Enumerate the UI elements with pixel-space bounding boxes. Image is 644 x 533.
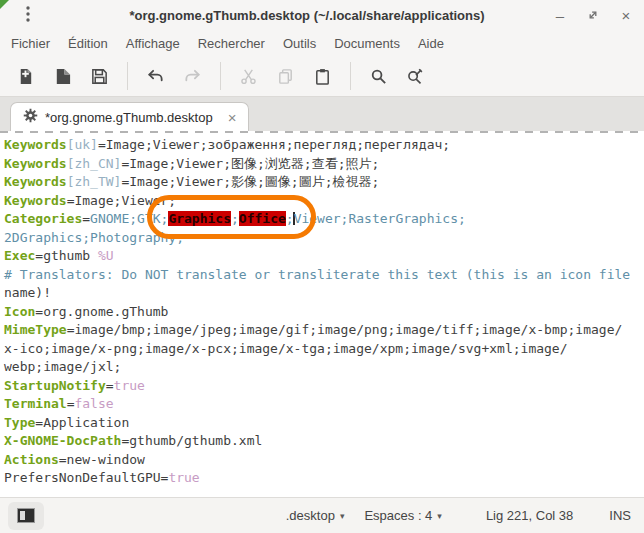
menu-item-rechercher[interactable]: Rechercher bbox=[189, 33, 274, 54]
menu-item-documents[interactable]: Documents bbox=[325, 33, 409, 54]
open-document-icon bbox=[53, 67, 72, 86]
chevron-down-icon: ▾ bbox=[437, 511, 442, 521]
editor-line: X-GNOME-DocPath=gthumb/gthumb.xml bbox=[4, 432, 644, 451]
editor-line: PrefersNonDefaultGPU=true bbox=[4, 469, 644, 488]
close-button[interactable]: × bbox=[618, 7, 634, 23]
syntax-token: MimeType bbox=[4, 322, 67, 337]
redo-button bbox=[175, 61, 210, 91]
tab-width-label: Espaces : 4 bbox=[364, 508, 432, 523]
syntax-token: %U bbox=[98, 248, 114, 263]
editor-line: Keywords=Image;Viewer; bbox=[4, 192, 644, 211]
editor-line: Keywords[uk]=Image;Viewer;зображення;пер… bbox=[4, 136, 644, 155]
syntax-token: = bbox=[82, 211, 90, 226]
editor-text: Keywords[uk]=Image;Viewer;зображення;пер… bbox=[0, 131, 644, 488]
chevron-down-icon: ▾ bbox=[340, 511, 345, 521]
editor-line: webp;image/jxl; bbox=[4, 358, 644, 377]
editor-line: x-ico;image/x-png;image/x-pcx;image/x-tg… bbox=[4, 340, 644, 359]
syntax-token: Keywords bbox=[4, 137, 67, 152]
open-document-button[interactable] bbox=[45, 61, 80, 91]
redo-icon bbox=[183, 67, 202, 86]
editor-line: # Translators: Do NOT translate or trans… bbox=[4, 266, 644, 285]
editor-line: Keywords[zh_CN]=Image;Viewer;图像;浏览器;查看;照… bbox=[4, 155, 644, 174]
syntax-token: PrefersNonDefaultGPU= bbox=[4, 470, 168, 485]
syntax-token: Keywords bbox=[4, 174, 67, 189]
toolbar-separator bbox=[220, 62, 221, 90]
syntax-token: true bbox=[114, 378, 145, 393]
menu-item-aide[interactable]: Aide bbox=[409, 33, 453, 54]
dashed-separator bbox=[0, 131, 644, 133]
syntax-token: name)! bbox=[4, 285, 51, 300]
syntax-token: webp;image/jxl; bbox=[4, 359, 121, 374]
syntax-token: Actions bbox=[4, 452, 59, 467]
copy-icon bbox=[276, 67, 295, 86]
syntax-token: =new-window bbox=[59, 452, 145, 467]
language-label: .desktop bbox=[286, 508, 335, 523]
syntax-token: Icon bbox=[4, 304, 35, 319]
text-editor-area[interactable]: Keywords[uk]=Image;Viewer;зображення;пер… bbox=[0, 131, 644, 497]
window-title: *org.gnome.gThumb.desktop (~/.local/shar… bbox=[60, 8, 554, 23]
tab-close-icon[interactable]: × bbox=[228, 110, 237, 125]
syntax-token: =org.gnome.gThumb bbox=[35, 304, 168, 319]
syntax-token: =Image;Viewer; bbox=[67, 193, 177, 208]
syntax-token: =image/bmp;image/jpeg;image/gif;image/pn… bbox=[67, 322, 623, 337]
menu-item-affichage[interactable]: Affichage bbox=[117, 33, 189, 54]
tab-org-gnome-gthumb-desktop[interactable]: *org.gnome.gThumb.desktop × bbox=[10, 102, 249, 131]
window-menu-dots-icon[interactable] bbox=[22, 4, 34, 24]
app-window: { "window": { "title": "*org.gnome.gThum… bbox=[0, 0, 644, 533]
editor-line: Icon=org.gnome.gThumb bbox=[4, 303, 644, 322]
syntax-token: [uk] bbox=[67, 137, 98, 152]
statusbar-right: .desktop ▾ Espaces : 4 ▾ Lig 221, Col 38… bbox=[286, 508, 631, 523]
cursor-position-label: Lig 221, Col 38 bbox=[486, 508, 573, 523]
copy-button bbox=[268, 61, 303, 91]
syntax-token: Keywords bbox=[4, 156, 67, 171]
side-panel-icon bbox=[17, 508, 35, 523]
new-document-button[interactable] bbox=[8, 61, 43, 91]
syntax-token: Terminal bbox=[4, 396, 67, 411]
editor-line: name)! bbox=[4, 284, 644, 303]
menu-item-edition[interactable]: Édition bbox=[59, 33, 117, 54]
editor-line: Keywords[zh_TW]=Image;Viewer;影像;圖像;圖片;檢視… bbox=[4, 173, 644, 192]
syntax-token: Exec bbox=[4, 248, 35, 263]
syntax-token: Office bbox=[239, 211, 286, 226]
cut-icon bbox=[239, 67, 258, 86]
editor-line: StartupNotify=true bbox=[4, 377, 644, 396]
syntax-token: =gthumb bbox=[35, 248, 98, 263]
syntax-token: StartupNotify bbox=[4, 378, 106, 393]
syntax-token: [zh_CN] bbox=[67, 156, 122, 171]
syntax-token: =Image;Viewer;影像;圖像;圖片;檢視器; bbox=[121, 174, 379, 189]
minimize-button[interactable]: – bbox=[552, 7, 568, 23]
search-icon bbox=[369, 67, 388, 86]
toolbar-separator bbox=[127, 62, 128, 90]
search-replace-icon bbox=[406, 67, 425, 86]
cut-button bbox=[231, 61, 266, 91]
menu-bar: FichierÉditionAffichageRechercherOutilsD… bbox=[0, 30, 644, 56]
title-bar: *org.gnome.gThumb.desktop (~/.local/shar… bbox=[0, 0, 644, 30]
syntax-token: Graphics bbox=[168, 211, 231, 226]
menu-item-outils[interactable]: Outils bbox=[274, 33, 325, 54]
side-panel-toggle-button[interactable] bbox=[8, 502, 44, 530]
paste-button[interactable] bbox=[305, 61, 340, 91]
editor-line: Actions=new-window bbox=[4, 451, 644, 470]
undo-button[interactable] bbox=[138, 61, 173, 91]
save-button[interactable] bbox=[82, 61, 117, 91]
new-document-icon bbox=[16, 67, 35, 86]
tab-width-selector[interactable]: Espaces : 4 ▾ bbox=[364, 508, 441, 523]
save-icon bbox=[90, 67, 109, 86]
editor-line: 2DGraphics;Photography; bbox=[4, 229, 644, 248]
tab-title: *org.gnome.gThumb.desktop bbox=[45, 110, 213, 125]
restore-button[interactable] bbox=[585, 7, 601, 23]
language-selector[interactable]: .desktop ▾ bbox=[286, 508, 345, 523]
toolbar-separator bbox=[350, 62, 351, 90]
syntax-token: x-ico;image/x-png;image/x-pcx;image/x-tg… bbox=[4, 341, 568, 356]
syntax-token: GNOME;GTK; bbox=[90, 211, 168, 226]
menu-item-fichier[interactable]: Fichier bbox=[2, 33, 59, 54]
gear-icon bbox=[23, 108, 38, 126]
syntax-token: 2DGraphics;Photography; bbox=[4, 230, 184, 245]
syntax-token: Type bbox=[4, 415, 35, 430]
search-replace-button[interactable] bbox=[398, 61, 433, 91]
syntax-token: =Image;Viewer;зображення;перегляд;перегл… bbox=[98, 137, 450, 152]
paste-icon bbox=[313, 67, 332, 86]
search-button[interactable] bbox=[361, 61, 396, 91]
editor-line: Terminal=false bbox=[4, 395, 644, 414]
syntax-token: ; bbox=[231, 211, 239, 226]
